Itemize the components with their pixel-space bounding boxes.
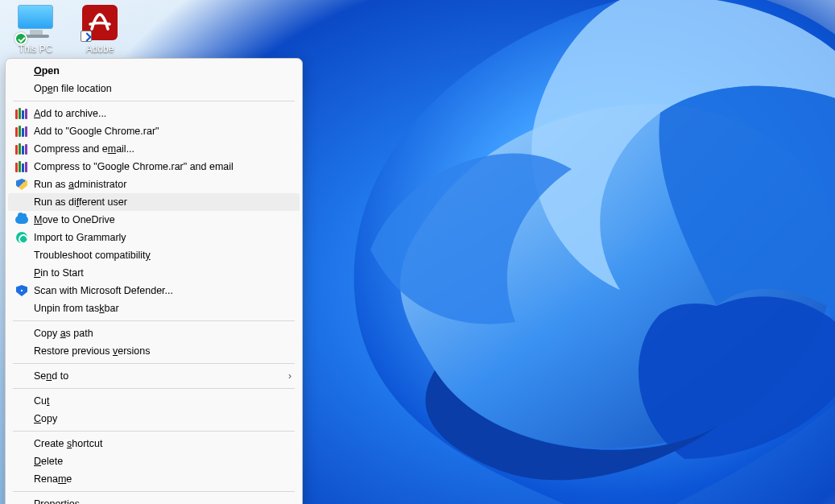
menu-item-add-to-rar[interactable]: Add to "Google Chrome.rar": [8, 122, 300, 140]
menu-item-label: Scan with Microsoft Defender...: [34, 285, 291, 296]
menu-separator: [13, 388, 295, 389]
blank-icon: [14, 370, 29, 382]
blank-icon: [14, 473, 29, 485]
menu-item-troubleshoot-compatibility[interactable]: Troubleshoot compatibility: [8, 246, 300, 264]
menu-item-label: Import to Grammarly: [34, 232, 291, 243]
menu-item-label: Cut: [34, 395, 291, 407]
blank-icon: [14, 196, 29, 209]
menu-separator: [13, 363, 295, 364]
menu-separator: [13, 320, 295, 321]
menu-item-create-shortcut[interactable]: Create shortcut: [8, 435, 300, 452]
menu-item-label: Pin to Start: [34, 267, 291, 279]
context-menu: Open Open file location Add to archive..…: [5, 58, 303, 504]
menu-item-label: Delete: [34, 456, 291, 467]
menu-item-label: Troubleshoot compatibility: [34, 250, 291, 261]
menu-item-scan-defender[interactable]: Scan with Microsoft Defender...: [8, 282, 300, 300]
menu-item-label: Send to: [34, 370, 283, 382]
menu-item-delete[interactable]: Delete: [8, 452, 300, 470]
blank-icon: [14, 64, 29, 77]
menu-item-label: Run as different user: [34, 196, 291, 208]
menu-separator: [13, 491, 295, 492]
blank-icon: [14, 249, 29, 262]
grammarly-icon: [14, 231, 29, 244]
blank-icon: [14, 437, 29, 450]
winrar-books-icon: [14, 143, 29, 155]
winrar-books-icon: [14, 125, 29, 138]
menu-item-label: Compress and email...: [34, 143, 291, 155]
menu-item-label: Open: [34, 65, 291, 76]
monitor-icon: [18, 5, 53, 29]
menu-item-copy-as-path[interactable]: Copy as path: [8, 324, 300, 342]
winrar-books-icon: [14, 160, 29, 173]
menu-separator: [13, 431, 295, 432]
wallpaper-bloom: [282, 0, 835, 504]
uac-shield-icon: [14, 178, 29, 191]
menu-item-label: Properties: [34, 498, 291, 504]
menu-item-compress-to-rar-email[interactable]: Compress to "Google Chrome.rar" and emai…: [8, 158, 300, 176]
desktop[interactable]: This PC Adobe Open Open file location: [0, 0, 835, 504]
menu-item-run-as-different-user[interactable]: Run as different user: [8, 193, 300, 211]
menu-item-label: Restore previous versions: [34, 345, 291, 357]
menu-item-restore-previous-versions[interactable]: Restore previous versions: [8, 342, 300, 360]
menu-item-label: Add to "Google Chrome.rar": [34, 126, 291, 137]
blank-icon: [14, 412, 29, 425]
menu-item-import-to-grammarly[interactable]: Import to Grammarly: [8, 229, 300, 246]
checkmark-badge-icon: [14, 32, 27, 45]
shortcut-overlay-icon: [81, 31, 92, 42]
blank-icon: [14, 302, 29, 315]
blank-icon: [14, 266, 29, 279]
menu-item-pin-to-start[interactable]: Pin to Start: [8, 264, 300, 282]
desktop-icon-adobe[interactable]: Adobe: [71, 5, 129, 55]
submenu-arrow-icon: ›: [283, 370, 291, 382]
menu-item-label: Copy: [34, 413, 291, 424]
menu-item-label: Move to OneDrive: [34, 214, 291, 225]
menu-item-label: Unpin from taskbar: [34, 303, 291, 314]
menu-item-run-as-administrator[interactable]: Run as administrator: [8, 176, 300, 193]
blank-icon: [14, 82, 29, 95]
menu-item-add-to-archive[interactable]: Add to archive...: [8, 105, 300, 122]
menu-item-unpin-from-taskbar[interactable]: Unpin from taskbar: [8, 300, 300, 317]
blank-icon: [14, 327, 29, 340]
winrar-books-icon: [14, 107, 29, 120]
menu-item-move-to-onedrive[interactable]: Move to OneDrive: [8, 211, 300, 229]
menu-item-label: Copy as path: [34, 328, 291, 339]
desktop-icon-this-pc[interactable]: This PC: [6, 5, 64, 55]
blank-icon: [14, 395, 29, 407]
defender-shield-icon: [14, 284, 29, 297]
blank-icon: [14, 345, 29, 357]
menu-item-open-file-location[interactable]: Open file location: [8, 80, 300, 97]
blank-icon: [14, 455, 29, 468]
menu-item-properties[interactable]: Properties: [8, 495, 300, 504]
menu-item-label: Add to archive...: [34, 108, 291, 119]
menu-item-label: Compress to "Google Chrome.rar" and emai…: [34, 161, 291, 172]
menu-item-open[interactable]: Open: [8, 62, 300, 80]
menu-item-label: Open file location: [34, 83, 291, 94]
menu-item-rename[interactable]: Rename: [8, 470, 300, 488]
menu-item-copy[interactable]: Copy: [8, 410, 300, 428]
menu-item-send-to[interactable]: Send to ›: [8, 367, 300, 385]
menu-item-label: Create shortcut: [34, 438, 291, 449]
desktop-icon-label: Adobe: [71, 43, 129, 55]
menu-item-compress-and-email[interactable]: Compress and email...: [8, 140, 300, 158]
desktop-icon-label: This PC: [6, 43, 64, 55]
menu-separator: [13, 101, 295, 101]
menu-item-cut[interactable]: Cut: [8, 392, 300, 410]
menu-item-label: Run as administrator: [34, 179, 291, 190]
blank-icon: [14, 498, 29, 504]
menu-item-label: Rename: [34, 473, 291, 485]
onedrive-cloud-icon: [14, 213, 29, 226]
